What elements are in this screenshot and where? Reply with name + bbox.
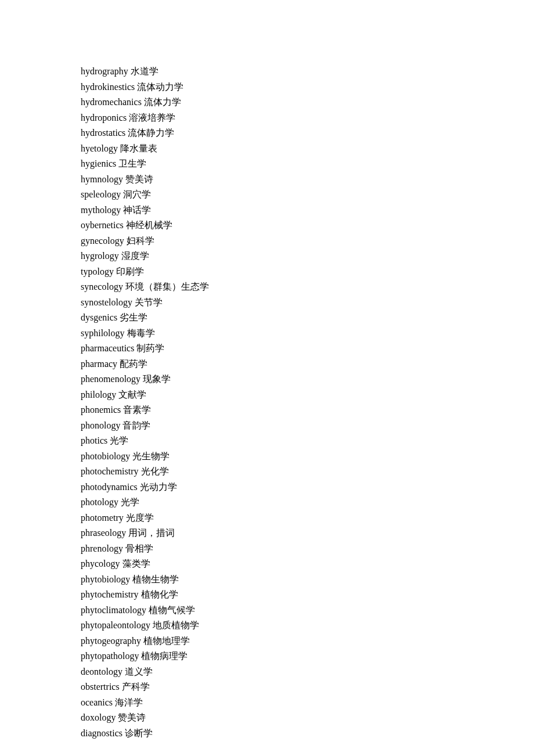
vocabulary-entry: hymnology 赞美诗 (81, 172, 534, 188)
vocabulary-entry: speleology 洞穴学 (81, 187, 534, 203)
vocabulary-entry: dysgenics 劣生学 (81, 310, 534, 326)
term-text: mythology (81, 205, 121, 215)
vocabulary-entry: phycology 藻类学 (81, 556, 534, 572)
definition-text: 用词，措词 (128, 528, 175, 538)
definition-text: 音韵学 (122, 420, 150, 430)
definition-text: 光动力学 (140, 482, 177, 492)
vocabulary-entry: mythology 神话学 (81, 203, 534, 218)
term-text: hydrography (81, 66, 128, 76)
term-text: phrenology (81, 543, 123, 553)
definition-text: 关节学 (135, 297, 163, 307)
vocabulary-entry: photochemistry 光化学 (81, 464, 534, 480)
term-text: oceanics (81, 697, 113, 707)
term-text: phenomenology (81, 374, 140, 384)
vocabulary-entry: phytopaleontology 地质植物学 (81, 618, 534, 633)
definition-text: 诊断学 (125, 728, 153, 738)
term-text: deontology (81, 667, 122, 676)
definition-text: 光化学 (141, 466, 169, 476)
definition-text: 音素学 (123, 405, 151, 415)
vocabulary-entry: hydrography 水道学 (81, 64, 534, 80)
term-text: phytobiology (81, 574, 130, 584)
vocabulary-entry: photics 光学 (81, 433, 534, 449)
vocabulary-entry: hygrology 湿度学 (81, 249, 534, 264)
vocabulary-entry: phraseology 用词，措词 (81, 525, 534, 541)
definition-text: 光度学 (126, 513, 154, 523)
definition-text: 神话学 (123, 205, 151, 215)
definition-text: 藻类学 (122, 559, 150, 568)
definition-text: 文献学 (118, 390, 146, 399)
term-text: speleology (81, 189, 121, 199)
definition-text: 光生物学 (132, 451, 169, 461)
definition-text: 产科学 (122, 682, 150, 692)
vocabulary-entry: phytobiology 植物生物学 (81, 572, 534, 588)
definition-text: 现象学 (143, 374, 171, 384)
term-text: philology (81, 390, 116, 399)
vocabulary-entry: typology 印刷学 (81, 264, 534, 280)
term-text: hydromechanics (81, 97, 142, 107)
vocabulary-entry: phytochemistry 植物化学 (81, 587, 534, 603)
term-text: diagnostics (81, 728, 122, 738)
term-text: syphilology (81, 328, 125, 338)
definition-text: 植物生物学 (132, 574, 179, 584)
term-text: photometry (81, 513, 124, 523)
definition-text: 印刷学 (116, 267, 144, 276)
definition-text: 植物气候学 (149, 605, 195, 615)
term-text: photology (81, 497, 118, 507)
definition-text: 光学 (110, 435, 128, 445)
term-text: phonemics (81, 405, 121, 415)
vocabulary-entry: phytopathology 植物病理学 (81, 649, 534, 664)
vocabulary-entry: phytogeography 植物地理学 (81, 633, 534, 649)
term-text: phytochemistry (81, 589, 139, 599)
definition-text: 卫生学 (118, 159, 146, 168)
term-text: phraseology (81, 528, 126, 538)
definition-text: 溶液培养学 (129, 113, 175, 123)
definition-text: 海洋学 (115, 697, 143, 707)
vocabulary-entry: diagnostics 诊断学 (81, 726, 534, 741)
term-text: dysgenics (81, 312, 117, 322)
definition-text: 洞穴学 (123, 189, 151, 199)
definition-text: 植物病理学 (141, 651, 187, 661)
definition-text: 湿度学 (121, 251, 149, 261)
vocabulary-entry: hydrokinestics 流体动力学 (81, 80, 534, 95)
definition-text: 植物地理学 (143, 636, 190, 646)
definition-text: 水道学 (131, 66, 158, 76)
definition-text: 流体动力学 (137, 82, 183, 92)
term-text: synecology (81, 282, 123, 291)
definition-text: 地质植物学 (153, 620, 199, 630)
term-text: obstertrics (81, 682, 120, 692)
term-text: photobiology (81, 451, 130, 461)
vocabulary-entry: synecology 环境（群集）生态学 (81, 279, 534, 295)
vocabulary-entry: pharmacy 配药学 (81, 357, 534, 372)
vocabulary-entry: hygienics 卫生学 (81, 156, 534, 172)
term-text: phonology (81, 420, 120, 430)
vocabulary-entry: philology 文献学 (81, 387, 534, 403)
vocabulary-entry: phonology 音韵学 (81, 418, 534, 434)
definition-text: 赞美诗 (118, 712, 146, 722)
term-text: synostelology (81, 297, 132, 307)
term-text: oybernetics (81, 220, 124, 230)
definition-text: 骨相学 (125, 543, 153, 553)
term-text: phytoclimatology (81, 605, 146, 615)
term-text: phytopathology (81, 651, 139, 661)
vocabulary-entry: phytoclimatology 植物气候学 (81, 603, 534, 618)
definition-text: 流体静力学 (128, 128, 174, 138)
term-text: hydrokinestics (81, 82, 135, 92)
vocabulary-entry: obstertrics 产科学 (81, 679, 534, 695)
vocabulary-entry: phonemics 音素学 (81, 402, 534, 418)
term-text: gynecology (81, 236, 124, 246)
term-text: hygienics (81, 159, 116, 168)
term-text: phytogeography (81, 636, 141, 646)
definition-text: 梅毒学 (127, 328, 155, 338)
definition-text: 妇科学 (127, 236, 154, 246)
definition-text: 劣生学 (120, 312, 147, 322)
definition-text: 环境（群集）生态学 (125, 282, 209, 291)
vocabulary-entry: pharmaceutics 制药学 (81, 341, 534, 357)
vocabulary-entry: hydroponics 溶液培养学 (81, 110, 534, 126)
term-text: hydrostatics (81, 128, 125, 138)
vocabulary-entry: oybernetics 神经机械学 (81, 218, 534, 233)
definition-text: 光学 (121, 497, 139, 507)
vocabulary-entry: photology 光学 (81, 495, 534, 510)
vocabulary-entry: hydromechanics 流体力学 (81, 95, 534, 110)
definition-text: 流体力学 (144, 97, 181, 107)
term-text: phycology (81, 559, 120, 568)
